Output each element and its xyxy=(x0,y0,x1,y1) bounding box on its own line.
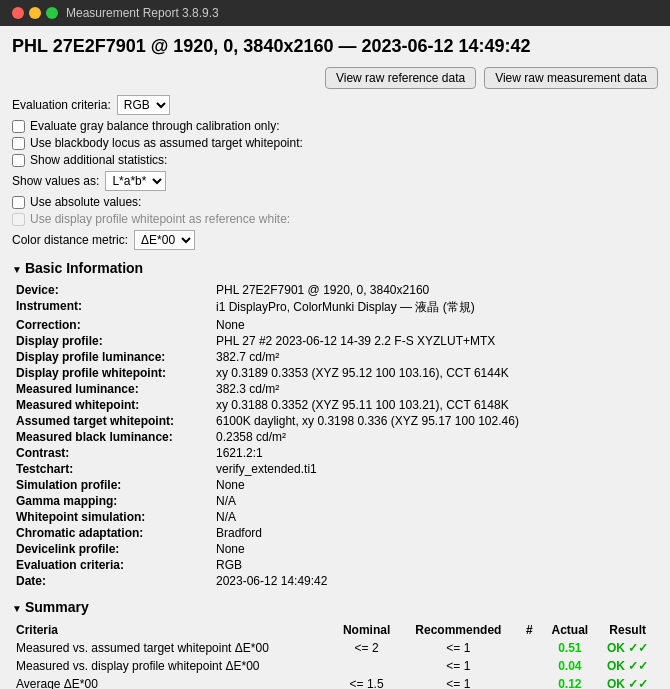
table-row: Display profile luminance:382.7 cd/m² xyxy=(12,349,658,365)
info-label: Assumed target whitepoint: xyxy=(12,413,212,429)
table-row: Correction:None xyxy=(12,317,658,333)
absolute-values-label: Use absolute values: xyxy=(30,195,141,209)
display-profile-label: Use display profile whitepoint as refere… xyxy=(30,212,290,226)
absolute-values-checkbox[interactable] xyxy=(12,196,25,209)
summary-row: Measured vs. display profile whitepoint … xyxy=(12,657,658,675)
summary-hash xyxy=(516,639,542,657)
table-row: Chromatic adaptation:Bradford xyxy=(12,525,658,541)
evaluation-criteria-row: Evaluation criteria: RGB xyxy=(12,95,658,115)
gray-balance-checkbox[interactable] xyxy=(12,120,25,133)
display-profile-row: Use display profile whitepoint as refere… xyxy=(12,212,658,226)
info-value: N/A xyxy=(212,509,658,525)
info-label: Measured luminance: xyxy=(12,381,212,397)
table-row: Measured black luminance:0.2358 cd/m² xyxy=(12,429,658,445)
color-distance-row: Color distance metric: ΔE*00 xyxy=(12,230,658,250)
info-value: verify_extended.ti1 xyxy=(212,461,658,477)
summary-result: OK ✓✓ xyxy=(597,657,658,675)
info-label: Measured black luminance: xyxy=(12,429,212,445)
table-row: Display profile:PHL 27 #2 2023-06-12 14-… xyxy=(12,333,658,349)
basic-info-table: Device:PHL 27E2F7901 @ 1920, 0, 3840x216… xyxy=(12,282,658,589)
info-value: PHL 27 #2 2023-06-12 14-39 2.2 F-S XYZLU… xyxy=(212,333,658,349)
display-profile-checkbox xyxy=(12,213,25,226)
evaluation-criteria-select[interactable]: RGB xyxy=(117,95,170,115)
additional-stats-row: Show additional statistics: xyxy=(12,153,658,167)
show-values-label: Show values as: xyxy=(12,174,99,188)
info-label: Display profile luminance: xyxy=(12,349,212,365)
info-value: PHL 27E2F7901 @ 1920, 0, 3840x2160 xyxy=(212,282,658,298)
summary-actual: 0.04 xyxy=(542,657,597,675)
maximize-button[interactable] xyxy=(46,7,58,19)
table-row: Testchart:verify_extended.ti1 xyxy=(12,461,658,477)
minimize-button[interactable] xyxy=(29,7,41,19)
table-row: Instrument:i1 DisplayPro, ColorMunki Dis… xyxy=(12,298,658,317)
info-value: None xyxy=(212,317,658,333)
info-label: Chromatic adaptation: xyxy=(12,525,212,541)
summary-hash xyxy=(516,675,542,689)
basic-info-header: ▼Basic Information xyxy=(12,260,658,276)
col-recommended: Recommended xyxy=(401,621,517,639)
info-value: i1 DisplayPro, ColorMunki Display — 液晶 (… xyxy=(212,298,658,317)
info-label: Correction: xyxy=(12,317,212,333)
show-values-row: Show values as: L*a*b* xyxy=(12,171,658,191)
gray-balance-row: Evaluate gray balance through calibratio… xyxy=(12,119,658,133)
app-title: Measurement Report 3.8.9.3 xyxy=(66,6,219,20)
col-actual: Actual xyxy=(542,621,597,639)
close-button[interactable] xyxy=(12,7,24,19)
table-row: Measured luminance:382.3 cd/m² xyxy=(12,381,658,397)
info-label: Contrast: xyxy=(12,445,212,461)
info-label: Device: xyxy=(12,282,212,298)
summary-row: Average ΔE*00<= 1.5<= 10.12OK ✓✓ xyxy=(12,675,658,689)
absolute-values-row: Use absolute values: xyxy=(12,195,658,209)
page-title: PHL 27E2F7901 @ 1920, 0, 3840x2160 — 202… xyxy=(12,36,658,57)
info-label: Gamma mapping: xyxy=(12,493,212,509)
summary-criteria: Average ΔE*00 xyxy=(12,675,333,689)
summary-header: ▼Summary xyxy=(12,599,658,615)
table-row: Display profile whitepoint:xy 0.3189 0.3… xyxy=(12,365,658,381)
additional-stats-checkbox[interactable] xyxy=(12,154,25,167)
view-raw-measurement-button[interactable]: View raw measurement data xyxy=(484,67,658,89)
additional-stats-label: Show additional statistics: xyxy=(30,153,167,167)
show-values-select[interactable]: L*a*b* xyxy=(105,171,166,191)
table-row: Devicelink profile:None xyxy=(12,541,658,557)
info-label: Measured whitepoint: xyxy=(12,397,212,413)
summary-nominal: <= 2 xyxy=(333,639,401,657)
table-row: Whitepoint simulation:N/A xyxy=(12,509,658,525)
color-distance-select[interactable]: ΔE*00 xyxy=(134,230,195,250)
info-value: N/A xyxy=(212,493,658,509)
summary-row: Measured vs. assumed target whitepoint Δ… xyxy=(12,639,658,657)
info-value: None xyxy=(212,541,658,557)
col-criteria: Criteria xyxy=(12,621,333,639)
info-value: 382.7 cd/m² xyxy=(212,349,658,365)
blackbody-checkbox[interactable] xyxy=(12,137,25,150)
blackbody-row: Use blackbody locus as assumed target wh… xyxy=(12,136,658,150)
view-raw-reference-button[interactable]: View raw reference data xyxy=(325,67,476,89)
col-hash: # xyxy=(516,621,542,639)
color-distance-label: Color distance metric: xyxy=(12,233,128,247)
info-label: Display profile: xyxy=(12,333,212,349)
summary-table: Criteria Nominal Recommended # Actual Re… xyxy=(12,621,658,689)
summary-recommended: <= 1 xyxy=(401,675,517,689)
table-row: Contrast:1621.2:1 xyxy=(12,445,658,461)
main-content: PHL 27E2F7901 @ 1920, 0, 3840x2160 — 202… xyxy=(0,26,670,689)
info-label: Evaluation criteria: xyxy=(12,557,212,573)
info-value: 2023-06-12 14:49:42 xyxy=(212,573,658,589)
info-value: xy 0.3189 0.3353 (XYZ 95.12 100 103.16),… xyxy=(212,365,658,381)
table-row: Device:PHL 27E2F7901 @ 1920, 0, 3840x216… xyxy=(12,282,658,298)
info-value: 1621.2:1 xyxy=(212,445,658,461)
summary-actual: 0.12 xyxy=(542,675,597,689)
info-value: 6100K daylight, xy 0.3198 0.336 (XYZ 95.… xyxy=(212,413,658,429)
table-row: Date:2023-06-12 14:49:42 xyxy=(12,573,658,589)
info-value: 0.2358 cd/m² xyxy=(212,429,658,445)
triangle-icon-summary: ▼ xyxy=(12,603,22,614)
info-value: RGB xyxy=(212,557,658,573)
info-label: Date: xyxy=(12,573,212,589)
table-row: Simulation profile:None xyxy=(12,477,658,493)
summary-result: OK ✓✓ xyxy=(597,639,658,657)
buttons-row: View raw reference data View raw measure… xyxy=(12,67,658,89)
traffic-lights xyxy=(12,7,58,19)
summary-recommended: <= 1 xyxy=(401,639,517,657)
info-label: Simulation profile: xyxy=(12,477,212,493)
title-bar: Measurement Report 3.8.9.3 xyxy=(0,0,670,26)
col-result: Result xyxy=(597,621,658,639)
info-label: Whitepoint simulation: xyxy=(12,509,212,525)
